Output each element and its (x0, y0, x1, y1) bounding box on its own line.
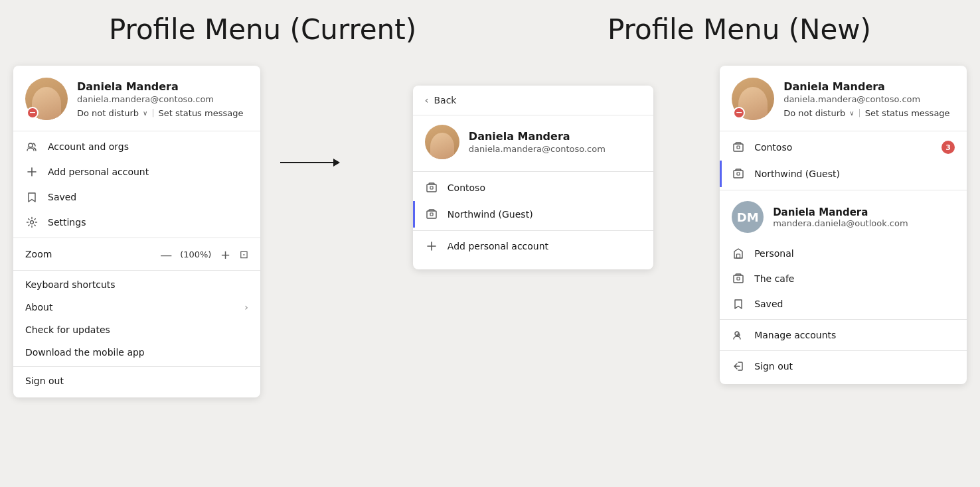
sub-add-account-item[interactable]: Add personal account (413, 234, 653, 259)
svg-rect-4 (427, 184, 436, 192)
divider-1 (13, 131, 260, 131)
current-add-personal-item[interactable]: Add personal account (13, 159, 260, 184)
current-profile-email: daniela.mandera@contoso.com (77, 94, 248, 104)
svg-rect-16 (737, 277, 740, 280)
new-status-text[interactable]: Do not disturb (783, 108, 845, 118)
bookmark-icon-current (25, 190, 39, 204)
personal-name: Daniela Mandera (773, 206, 955, 218)
sub-profile-email: daniela.mandera@contoso.com (469, 144, 606, 154)
manage-accounts-icon (732, 328, 745, 342)
new-divider-4 (720, 350, 967, 351)
current-profile-name: Daniela Mandera (77, 80, 248, 93)
svg-rect-14 (737, 254, 740, 258)
current-keyboard-shortcuts-item[interactable]: Keyboard shortcuts (13, 273, 260, 296)
org-icon-2 (425, 208, 438, 221)
new-profile-name: Daniela Mandera (783, 80, 955, 93)
personal-icon (732, 247, 745, 260)
new-org-northwind-item[interactable]: Northwind (Guest) (720, 161, 967, 187)
new-org-contoso-label: Contoso (754, 142, 792, 153)
sub-back-btn[interactable]: ‹ Back (413, 86, 653, 112)
sub-org-northwind-item[interactable]: Northwind (Guest) (413, 201, 653, 228)
sub-org-northwind-label: Northwind (Guest) (448, 209, 533, 220)
org-icon-1 (425, 181, 438, 194)
zoom-minus-btn[interactable]: — (159, 247, 173, 261)
sub-menu-panel: ‹ Back Daniela Mandera daniela.mandera@c… (413, 86, 653, 269)
current-menu-panel: Daniela Mandera daniela.mandera@contoso.… (13, 66, 260, 397)
new-divider-3 (720, 319, 967, 320)
personal-email: mandera.daniela@outlook.com (773, 218, 955, 228)
new-manage-accounts-label: Manage accounts (754, 330, 955, 340)
new-profile-email: daniela.mandera@contoso.com (783, 94, 955, 104)
zoom-plus-btn[interactable]: + (218, 247, 232, 261)
new-manage-accounts-item[interactable]: Manage accounts (720, 322, 967, 348)
sub-back-label: Back (434, 95, 456, 105)
current-add-personal-label: Add personal account (48, 167, 248, 177)
new-cafe-label: The cafe (754, 273, 955, 284)
current-status-chevron: ∨ (143, 109, 147, 117)
current-status-text[interactable]: Do not disturb (77, 108, 139, 118)
sign-out-icon (732, 360, 745, 373)
new-org-icon-2 (732, 167, 745, 180)
svg-rect-7 (430, 213, 433, 216)
divider-3 (13, 270, 260, 271)
current-settings-item[interactable]: Settings (13, 210, 260, 235)
current-saved-label: Saved (48, 192, 248, 202)
current-sign-out-item[interactable]: Sign out (13, 370, 260, 392)
sub-avatar (425, 125, 459, 159)
current-about-item[interactable]: About › (13, 296, 260, 318)
current-account-orgs-label: Account and orgs (48, 141, 248, 152)
sub-add-icon (425, 240, 438, 253)
current-about-arrow: › (244, 302, 248, 313)
new-menu-panel: Daniela Mandera daniela.mandera@contoso.… (720, 66, 967, 384)
new-avatar-wrap (732, 78, 774, 120)
svg-point-0 (29, 143, 33, 147)
zoom-fullscreen-btn[interactable]: ⊡ (239, 248, 248, 261)
new-org-contoso-badge: 3 (941, 141, 955, 154)
sub-divider-1 (413, 115, 653, 115)
bookmark-icon-new (732, 297, 745, 311)
back-chevron-icon: ‹ (425, 95, 429, 105)
current-zoom-row: Zoom — (100%) + ⊡ (13, 241, 260, 267)
svg-rect-13 (737, 173, 740, 175)
title-current: Profile Menu (Current) (109, 13, 416, 46)
current-set-status[interactable]: Set status message (158, 108, 243, 118)
accounts-icon (25, 140, 39, 153)
settings-icon (25, 216, 39, 229)
current-check-updates-item[interactable]: Check for updates (13, 318, 260, 341)
personal-info: Daniela Mandera mandera.daniela@outlook.… (773, 206, 955, 228)
current-download-mobile-item[interactable]: Download the mobile app (13, 341, 260, 364)
current-sign-out-label: Sign out (25, 376, 64, 386)
new-sign-out-item[interactable]: Sign out (720, 354, 967, 379)
current-saved-item[interactable]: Saved (13, 184, 260, 210)
new-divider-2 (720, 190, 967, 190)
new-cafe-item[interactable]: The cafe (720, 266, 967, 291)
current-download-mobile-label: Download the mobile app (25, 347, 145, 358)
new-saved-item[interactable]: Saved (720, 291, 967, 316)
new-org-northwind-label: Northwind (Guest) (754, 169, 840, 179)
sub-org-contoso-item[interactable]: Contoso (413, 174, 653, 201)
new-personal-account-row[interactable]: DM Daniela Mandera mandera.daniela@outlo… (720, 193, 967, 241)
current-account-orgs-item[interactable]: Account and orgs (13, 134, 260, 159)
new-org-contoso-item[interactable]: Contoso 3 (720, 134, 967, 161)
svg-rect-15 (734, 275, 743, 283)
new-personal-item[interactable]: Personal (720, 241, 967, 266)
personal-initials-avatar: DM (732, 201, 764, 233)
divider-4 (13, 366, 260, 367)
add-icon (25, 165, 39, 178)
sub-divider-2 (413, 171, 653, 172)
sub-org-contoso-label: Contoso (448, 182, 485, 193)
current-avatar-wrap (25, 78, 68, 120)
sub-profile-row: Daniela Mandera daniela.mandera@contoso.… (413, 118, 653, 169)
svg-rect-6 (427, 211, 436, 218)
svg-rect-11 (737, 146, 740, 149)
new-set-status[interactable]: Set status message (865, 108, 950, 118)
sub-profile-info: Daniela Mandera daniela.mandera@contoso.… (469, 130, 606, 154)
new-status-chevron: ∨ (849, 109, 854, 117)
new-divider-1 (720, 131, 967, 131)
svg-rect-10 (734, 144, 743, 151)
svg-rect-5 (430, 186, 433, 189)
svg-rect-12 (734, 171, 743, 178)
current-profile-header: Daniela Mandera daniela.mandera@contoso.… (13, 66, 260, 128)
arrow-indicator (280, 159, 340, 167)
new-profile-header: Daniela Mandera daniela.mandera@contoso.… (720, 66, 967, 128)
